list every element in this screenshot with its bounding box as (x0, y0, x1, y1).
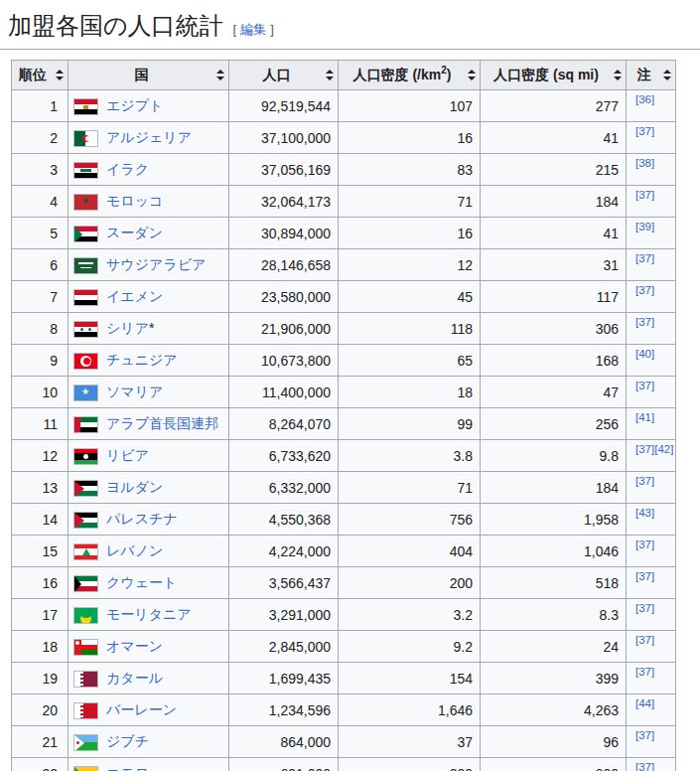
ref-link[interactable]: [37] (635, 539, 654, 550)
population-cell: 30,894,000 (229, 218, 339, 249)
col-header-label: 順位 (19, 67, 47, 82)
population-cell: 21,906,000 (229, 313, 339, 345)
country-cell: コモロ (69, 758, 229, 771)
country-link[interactable]: リビア (106, 447, 149, 463)
country-link[interactable]: アルジェリア (106, 129, 192, 145)
flag-comoros-icon (73, 766, 98, 771)
rank-cell: 20 (12, 694, 69, 726)
ref-link[interactable]: [37] (635, 189, 654, 201)
density-mi-cell: 31 (481, 249, 627, 281)
ref-link[interactable]: [37] (635, 729, 654, 741)
density-km-cell: 9.2 (339, 631, 481, 663)
country-link[interactable]: モロッコ (106, 193, 163, 209)
edit-link[interactable]: 編集 (240, 22, 266, 37)
ref-link[interactable]: [37] (635, 761, 654, 771)
ref-link[interactable]: [41] (635, 411, 654, 423)
notes-cell: [37][42] (627, 440, 676, 472)
density-km-cell: 3.2 (339, 599, 481, 631)
col-header-notes[interactable]: 注 (627, 60, 676, 90)
country-link[interactable]: イラク (106, 161, 149, 177)
rank-cell: 12 (12, 440, 69, 472)
notes-cell: [41] (627, 408, 676, 440)
col-header-density-mi[interactable]: 人口密度 (sq mi) (481, 60, 627, 90)
notes-cell: [37] (627, 281, 676, 313)
country-link[interactable]: コモロ (106, 765, 149, 771)
country-link[interactable]: ジブチ (106, 733, 149, 749)
flag-tunisia-icon (73, 353, 98, 370)
country-suffix: * (149, 320, 154, 336)
density-mi-cell: 24 (481, 631, 627, 663)
ref-link[interactable]: [37] (635, 634, 654, 646)
ref-link[interactable]: [37] (635, 602, 654, 614)
ref-link[interactable]: [37] (635, 666, 654, 678)
rank-cell: 1 (12, 90, 69, 122)
ref-link[interactable]: [37] (635, 443, 654, 455)
ref-link[interactable]: [37] (635, 316, 654, 328)
density-km-cell: 200 (339, 567, 481, 599)
density-mi-cell: 1,046 (481, 536, 627, 567)
ref-link[interactable]: [43] (635, 507, 654, 519)
country-cell: サウジアラビア (69, 249, 229, 281)
country-link[interactable]: ヨルダン (106, 479, 163, 495)
country-link[interactable]: スーダン (106, 225, 163, 240)
ref-link[interactable]: [37] (635, 380, 654, 391)
table-row: 16クウェート3,566,437200518[37] (12, 567, 676, 599)
flag-lebanon-icon (73, 543, 98, 560)
country-link[interactable]: ソマリア (106, 384, 163, 399)
notes-cell: [44] (627, 694, 676, 726)
country-cell: チュニジア (69, 345, 229, 377)
sort-icon (325, 70, 334, 81)
flag-saudi-arabia-icon (73, 257, 98, 274)
country-link[interactable]: バーレーン (106, 701, 177, 717)
ref-link[interactable]: [42] (654, 443, 673, 455)
ref-link[interactable]: [39] (635, 221, 654, 232)
country-link[interactable]: モーリタニア (106, 606, 192, 622)
ref-link[interactable]: [37] (635, 284, 654, 296)
rank-cell: 3 (12, 154, 69, 186)
country-cell: カタール (69, 663, 229, 694)
flag-qatar-icon (73, 671, 98, 688)
country-link[interactable]: シリア (106, 320, 149, 336)
country-cell: スーダン (69, 218, 229, 249)
rank-cell: 4 (12, 186, 69, 218)
country-link[interactable]: パレスチナ (106, 511, 178, 527)
density-mi-cell: 168 (481, 345, 627, 377)
ref-link[interactable]: [40] (635, 348, 654, 360)
density-km-cell: 107 (339, 90, 481, 122)
ref-link[interactable]: [37] (635, 570, 654, 582)
country-cell: シリア* (69, 313, 229, 345)
country-link[interactable]: クウェート (106, 574, 177, 590)
ref-link[interactable]: [37] (635, 475, 654, 487)
country-cell: アラブ首長国連邦 (69, 408, 229, 440)
col-header-rank[interactable]: 順位 (12, 60, 69, 90)
table-row: 2アルジェリア37,100,0001641[37] (12, 122, 676, 154)
table-row: 1エジプト92,519,544107277[36] (12, 90, 676, 122)
col-header-density-km[interactable]: 人口密度 (/km2) (339, 60, 481, 90)
country-link[interactable]: エジプト (106, 97, 163, 113)
ref-link[interactable]: [37] (635, 125, 654, 137)
country-link[interactable]: オマーン (106, 638, 163, 654)
col-header-population[interactable]: 人口 (229, 60, 339, 90)
density-km-cell: 37 (339, 726, 481, 758)
country-link[interactable]: チュニジア (106, 352, 178, 368)
col-header-country[interactable]: 国 (69, 60, 229, 90)
ref-link[interactable]: [37] (635, 252, 654, 264)
density-mi-cell: 41 (481, 122, 627, 154)
country-link[interactable]: サウジアラビア (106, 256, 206, 272)
population-cell: 37,056,169 (229, 154, 339, 186)
country-link[interactable]: アラブ首長国連邦 (106, 415, 218, 431)
ref-link[interactable]: [44] (635, 697, 654, 709)
population-cell: 3,566,437 (229, 567, 339, 599)
flag-libya-icon (73, 448, 98, 465)
population-cell: 2,845,000 (229, 631, 339, 663)
notes-cell: [37] (627, 758, 676, 771)
notes-cell: [37] (627, 567, 676, 599)
rank-cell: 7 (12, 281, 69, 313)
country-link[interactable]: イエメン (106, 288, 163, 304)
ref-link[interactable]: [38] (635, 157, 654, 169)
density-mi-cell: 9.8 (481, 440, 627, 472)
country-link[interactable]: カタール (106, 670, 163, 686)
country-link[interactable]: レバノン (106, 542, 163, 558)
ref-link[interactable]: [36] (635, 93, 654, 105)
table-row: 4モロッコ32,064,17371184[37] (12, 186, 676, 218)
